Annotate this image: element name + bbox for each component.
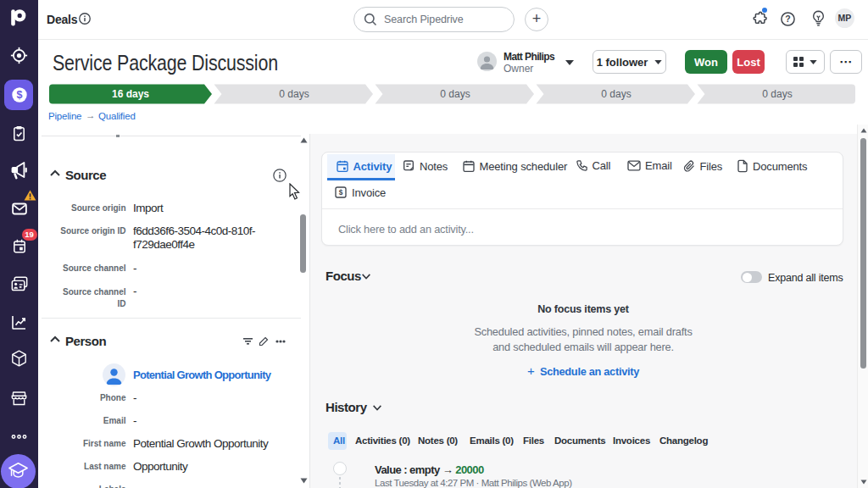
svg-text:0 days: 0 days bbox=[762, 88, 792, 100]
svg-text:16 days: 16 days bbox=[112, 88, 149, 100]
svg-text:0 days: 0 days bbox=[440, 88, 470, 100]
svg-text:0 days: 0 days bbox=[601, 88, 631, 100]
svg-text:0 days: 0 days bbox=[279, 88, 309, 100]
svg-text:?: ? bbox=[785, 14, 790, 24]
svg-text:$: $ bbox=[339, 188, 343, 197]
